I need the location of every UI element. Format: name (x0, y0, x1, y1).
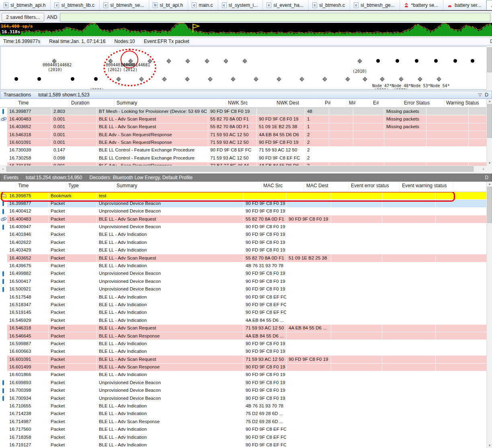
table-row[interactable]: 16.601499PacketBLE LL - Adv Scan Respons… (0, 364, 486, 371)
map-node-dot[interactable] (37, 77, 41, 81)
capture-timeline[interactable]: 164,400 sp/s 16.318s (0, 23, 492, 36)
column-header[interactable]: Warning Status (444, 99, 486, 107)
map-node-dot[interactable] (376, 59, 380, 63)
map-node-dot[interactable] (415, 59, 418, 63)
column-header[interactable]: Duration (69, 99, 115, 107)
table-row[interactable]: 16.400412PacketUnprovisioned Device Beac… (0, 208, 486, 215)
node-map-panel[interactable]: 000440144682(2010)0004401446800004401446… (0, 46, 492, 90)
table-row[interactable]: 16.7302580.098BLE LL Control - Feature E… (0, 154, 486, 162)
column-header[interactable] (0, 182, 16, 192)
column-header[interactable]: Event error status (349, 182, 400, 192)
map-node-dot[interactable] (94, 77, 98, 81)
table-row[interactable]: 16.718358PacketBLE LL - Adv Indication90… (0, 434, 486, 441)
editor-tab[interactable]: hsl_bt_api.h (149, 0, 188, 10)
editor-tab[interactable]: *battery se... (400, 0, 443, 10)
scroll-down-arrow[interactable]: ▼ (487, 443, 492, 448)
editor-tab[interactable]: battery ser... (443, 0, 486, 10)
table-row[interactable]: 16.717560PacketBLE LL - Adv Indication90… (0, 426, 486, 434)
table-row[interactable]: 16.399877PacketUnprovisioned Device Beac… (0, 200, 486, 207)
map-node-dot[interactable] (471, 59, 474, 63)
column-header[interactable]: P# (323, 99, 347, 107)
table-row[interactable]: 16.7300390.147BLE LL Control - Feature E… (0, 147, 486, 154)
scroll-down-arrow[interactable]: ▼ (487, 161, 492, 166)
scroll-left-arrow[interactable]: ‹ (0, 166, 6, 172)
map-node-diamond[interactable] (277, 77, 281, 81)
table-row[interactable]: 16.599887PacketBLE LL - Adv Indication90… (0, 340, 486, 348)
events-scroll-thumb[interactable] (487, 187, 492, 223)
column-header[interactable]: Time (16, 99, 69, 107)
map-node-diamond[interactable] (185, 59, 190, 63)
table-row[interactable]: 16.500417PacketUnprovisioned Device Beac… (0, 278, 486, 285)
column-header[interactable]: MAC Dest (304, 182, 349, 192)
transactions-scroll-thumb[interactable] (487, 104, 492, 138)
table-row[interactable]: 16.403652PacketBLE LL - Adv Scan Request… (0, 254, 486, 262)
map-node-dot[interactable] (434, 59, 438, 63)
map-node-diamond[interactable] (345, 77, 350, 81)
table-row[interactable]: 16.714987PacketBLE LL - Adv Scan Respons… (0, 418, 486, 425)
map-node-diamond[interactable] (166, 59, 171, 63)
table-row[interactable]: 16.545929PacketBLE LL - Adv Indication4A… (0, 317, 486, 324)
table-row[interactable]: 16.710655PacketBLE LL - Adv Indication4B… (0, 403, 486, 410)
table-row[interactable]: 16.7313760.001BLE Adv - Scan Request/Res… (0, 162, 486, 166)
table-row[interactable]: 16.601866PacketBLE LL - Adv Indication90… (0, 371, 486, 379)
table-row[interactable]: 16.400947PacketUnprovisioned Device Beac… (0, 223, 486, 231)
table-row[interactable]: 16.403429PacketBLE LL - Adv Indication90… (0, 247, 486, 254)
table-row[interactable]: 16.699893PacketUnprovisioned Device Beac… (0, 379, 486, 387)
editor-tab[interactable]: csl_system_i... (218, 0, 263, 10)
column-header[interactable]: Time (16, 182, 66, 192)
table-row[interactable]: 16.6010910.001BLE Adv - Scan Request/Res… (0, 139, 486, 147)
transactions-horizontal-scrollbar[interactable]: ‹ › (0, 166, 486, 172)
table-row[interactable]: 16.401846PacketBLE LL - Adv Indication90… (0, 231, 486, 239)
map-node-diamond[interactable] (299, 77, 304, 81)
map-scroll-thumb[interactable] (487, 47, 492, 72)
table-row[interactable]: 16.399875Bookmarktest (0, 192, 486, 200)
table-row[interactable]: 16.546318PacketBLE LL - Adv Scan Request… (0, 325, 486, 332)
table-row[interactable]: 16.4004830.001BLE LL - Adv Scan Request5… (0, 115, 486, 123)
detach-icon[interactable]: D (490, 39, 492, 44)
column-header[interactable]: Summary (115, 182, 261, 192)
column-header[interactable]: Type (66, 182, 115, 192)
table-row[interactable]: 16.700398PacketUnprovisioned Device Beac… (0, 387, 486, 395)
editor-tab[interactable]: csl_event_ha... (263, 0, 309, 10)
column-header[interactable]: E# (371, 99, 402, 107)
map-node-diamond[interactable] (418, 77, 422, 81)
map-node-diamond[interactable] (363, 77, 367, 81)
table-row[interactable]: 16.402622PacketBLE LL - Adv Indication90… (0, 239, 486, 246)
map-node-diamond[interactable] (223, 59, 228, 63)
map-node-diamond[interactable] (208, 77, 212, 81)
collapse-icon[interactable]: ▽ (478, 92, 482, 98)
editor-tab[interactable]: hsl_btmesh_api.h (0, 0, 51, 10)
map-node-dot[interactable] (71, 77, 74, 81)
table-row[interactable]: 16.400483PacketBLE LL - Adv Scan Request… (0, 215, 486, 223)
map-node-diamond[interactable] (162, 77, 166, 81)
map-node-diamond[interactable] (205, 59, 209, 63)
map-node-dot[interactable] (14, 77, 18, 81)
map-node-dot[interactable] (396, 59, 399, 63)
table-row[interactable]: 16.600663PacketBLE LL - Adv Indication90… (0, 348, 486, 356)
scroll-up-arrow[interactable]: ▲ (487, 182, 492, 186)
scroll-right-arrow[interactable]: › (480, 166, 486, 172)
table-row[interactable]: 16.3998772.803BT Mesh - Looking for Prov… (0, 108, 486, 115)
column-header[interactable]: Error Status (402, 99, 444, 107)
table-row[interactable]: 16.517548PacketBLE LL - Adv Indication90… (0, 293, 486, 301)
table-row[interactable]: 16.518347PacketBLE LL - Adv Indication90… (0, 301, 486, 309)
table-row[interactable]: 16.714238PacketBLE LL - Adv Indication75… (0, 410, 486, 418)
column-header[interactable]: Summary (115, 99, 226, 107)
editor-tab[interactable]: csl_btmesh_se... (100, 0, 149, 10)
scroll-up-arrow[interactable]: ▲ (487, 99, 492, 104)
transactions-vertical-scrollbar[interactable]: ▲ ▼ (486, 99, 492, 166)
map-node-diamond[interactable] (399, 77, 403, 81)
map-node-diamond[interactable] (437, 77, 441, 81)
filter-expression-input[interactable] (60, 13, 490, 22)
table-row[interactable]: 16.700934PacketUnprovisioned Device Beac… (0, 395, 486, 402)
map-node-diamond[interactable] (185, 77, 189, 81)
saved-filters-button[interactable]: 2 saved filters... (2, 13, 44, 22)
column-header[interactable]: M# (347, 99, 371, 107)
column-header[interactable]: NWK Src (226, 99, 275, 107)
map-node-diamond[interactable] (357, 59, 362, 63)
column-header[interactable]: Event warning status (400, 182, 453, 192)
table-row[interactable]: 16.601091PacketBLE LL - Adv Scan Request… (0, 356, 486, 363)
editor-tab[interactable]: csl_btmesh_lib.c (51, 0, 100, 10)
table-row[interactable]: 16.519145PacketBLE LL - Adv Indication90… (0, 309, 486, 317)
table-row[interactable]: 16.4036520.001BLE LL - Adv Scan Request5… (0, 123, 486, 131)
